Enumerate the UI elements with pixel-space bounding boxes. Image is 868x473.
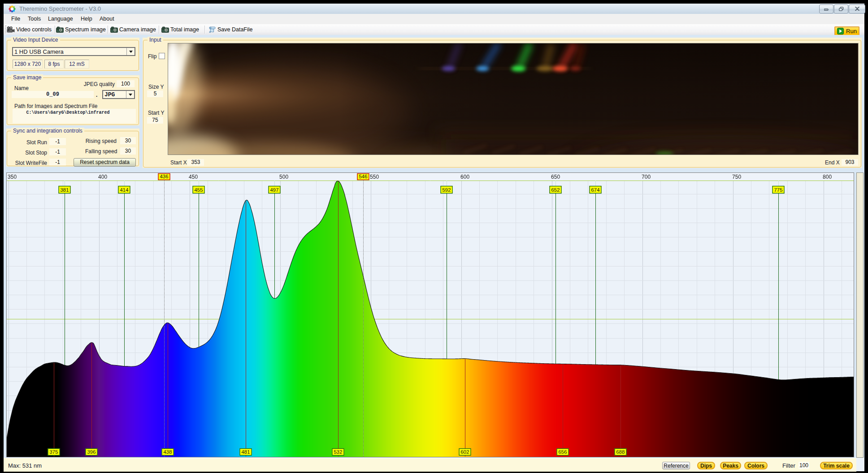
app-logo-icon [9,5,16,13]
falling-speed-label: Falling speed [85,148,117,155]
toolbar-separator [159,26,160,34]
minimize-button[interactable] [819,4,833,13]
close-button[interactable] [849,4,865,13]
save-image-title: Save image [11,74,43,81]
exposure-chip: 12 mS [65,60,89,69]
statusbar-corner [856,458,864,471]
start-x-value[interactable]: 353 [187,159,204,166]
menu-bar: File Tools Language Help About [4,14,864,24]
reset-spectrum-button[interactable]: Reset spectrum data [74,158,136,167]
spectrum-chart[interactable] [7,173,854,457]
toolbar-separator [108,26,108,34]
fps-chip: 8 fps [44,60,64,69]
start-x-label: Start X [170,159,187,166]
spectrum-image-button[interactable]: Spectrum image [56,24,106,35]
video-input-device-group: Video Input Device 1 HD USB Camera 1280 … [6,38,139,71]
video-controls-button[interactable]: Video controls [7,24,52,35]
flip-label: Flip [148,53,156,60]
filter-label: Filter [782,462,795,469]
spectrum-image-label: Spectrum image [65,26,106,33]
status-bar: Max: 531 nm Reference Dips Peaks Colors … [4,458,856,472]
toolbar: Video controls Spectrum image Camera ima… [4,24,864,35]
format-select[interactable]: JPG [102,90,135,99]
total-image-label: Total image [170,26,199,33]
video-camera-icon [7,26,15,33]
flip-checkbox[interactable] [159,53,165,59]
camera-image-label: Camera image [119,26,156,33]
trim-scale-button[interactable]: Trim scale [820,462,853,469]
chevron-down-icon[interactable] [126,91,134,98]
menu-language[interactable]: Language [48,16,73,22]
run-button[interactable]: Run [834,26,859,36]
size-y-label: Size Y [148,84,164,90]
menu-file[interactable]: File [11,16,20,22]
colors-button[interactable]: Colors [744,462,768,469]
camera-preview-image [168,43,857,155]
resolution-chip: 1280 x 720 [13,60,43,69]
camera-icon [56,26,64,33]
chevron-down-icon[interactable] [126,48,135,55]
restore-button[interactable] [834,4,848,13]
toolbar-separator [55,26,56,34]
run-label: Run [846,28,857,34]
jpeg-quality-label: JPEG quality [82,81,115,87]
scroll-icon [208,26,216,33]
video-input-device-title: Video Input Device [11,37,60,43]
max-wavelength-readout: Max: 531 nm [8,462,42,469]
total-image-button[interactable]: Total image [161,24,199,35]
size-y-value[interactable]: 5 [147,90,163,97]
rising-speed-label: Rising speed [85,138,117,144]
filter-value[interactable]: 100 [799,462,809,469]
slot-writefile-value[interactable]: -1 [49,159,66,166]
end-x-value[interactable]: 903 [842,159,858,166]
video-device-value: 1 HD USB Camera [13,48,126,55]
name-input[interactable]: 0_09 [12,91,94,98]
menu-help[interactable]: Help [81,16,92,22]
run-play-icon [837,28,844,34]
menu-tools[interactable]: Tools [28,16,41,22]
dips-button[interactable]: Dips [697,462,715,469]
slot-run-value[interactable]: -1 [49,138,66,145]
camera-preview [168,43,859,155]
format-value: JPG [103,91,126,98]
video-controls-label: Video controls [16,26,52,33]
screen: { "window": { "title": "Theremino Spectr… [0,0,868,473]
window-title: Theremino Spectrometer - V3.0 [19,5,101,12]
falling-speed-value[interactable]: 30 [120,147,136,155]
reference-button[interactable]: Reference [662,462,690,469]
input-title: Input [148,37,163,43]
save-image-group: Save image JPEG quality 100 Name 0_09 . … [6,75,139,125]
end-x-label: End X [825,159,840,166]
peaks-button[interactable]: Peaks [720,462,741,469]
slot-run-label: Slot Run [18,139,47,146]
extension-dot: . [96,92,97,98]
slot-writefile-label: Slot WriteFile [13,160,47,166]
spectrum-chart-panel [6,172,854,457]
slot-stop-value[interactable]: -1 [49,148,66,155]
toolbar-separator [204,26,205,34]
camera-image-button[interactable]: Camera image [110,24,156,35]
jpeg-quality-value[interactable]: 100 [117,80,135,87]
vertical-slider[interactable] [856,172,864,458]
camera-icon [110,26,118,33]
rising-speed-value[interactable]: 30 [120,137,136,144]
path-label: Path for Images and Spectrum File [14,103,97,109]
sync-title: Sync and integration controls [11,128,84,134]
camera-icon [161,26,169,33]
save-datafile-button[interactable]: Save DataFile [208,24,253,35]
slot-stop-label: Slot Stop [18,150,47,156]
path-value: C:\Users\GaryG\Desktop\infrared [26,110,109,115]
start-y-label: Start Y [148,110,164,116]
sync-group: Sync and integration controls Slot Run -… [6,129,139,167]
name-label: Name [14,85,29,91]
start-y-value[interactable]: 75 [147,117,163,124]
path-box[interactable]: C:\Users\GaryG\Desktop\infrared [13,109,136,123]
save-datafile-label: Save DataFile [217,26,253,33]
video-device-select[interactable]: 1 HD USB Camera [12,47,135,56]
title-bar: Theremino Spectrometer - V3.0 [4,4,864,14]
menu-about[interactable]: About [100,16,114,22]
